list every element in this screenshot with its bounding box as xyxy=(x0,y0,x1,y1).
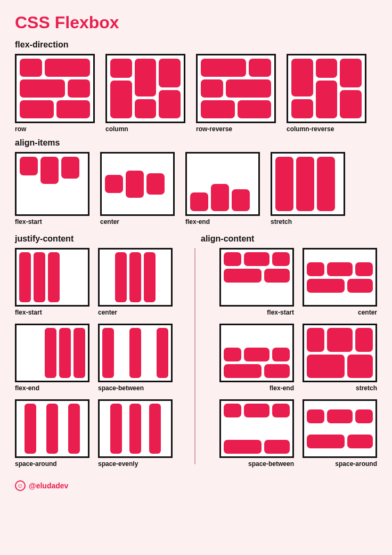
label-jc-space-around: space-around xyxy=(15,460,89,468)
diagram-ac-stretch xyxy=(303,324,377,382)
diagram-jc-space-between xyxy=(98,324,173,382)
diagram-jc-flex-end xyxy=(15,324,89,382)
section-heading-align-content: align-content xyxy=(201,234,377,244)
label-fd-row: row xyxy=(15,125,95,133)
page-title: CSS Flexbox xyxy=(15,13,377,33)
diagram-ac-space-between xyxy=(219,399,294,458)
label-ai-center: center xyxy=(100,218,175,226)
author-icon: ☺ xyxy=(15,480,26,491)
diagram-ai-center xyxy=(100,152,175,216)
align-items-row: flex-start center flex-end stretch xyxy=(15,152,377,226)
label-ac-stretch: stretch xyxy=(303,384,377,392)
footer: ☺ @eludadev xyxy=(15,480,377,491)
flex-direction-row: row column row-reverse column-reverse xyxy=(15,54,377,133)
label-ac-space-between: space-between xyxy=(219,460,294,468)
diagram-jc-space-around xyxy=(15,399,89,458)
label-ai-flex-start: flex-start xyxy=(15,218,89,226)
diagram-ac-flex-end xyxy=(219,324,294,382)
label-jc-flex-start: flex-start xyxy=(15,309,89,316)
diagram-fd-column-reverse xyxy=(287,54,366,123)
label-ai-flex-end: flex-end xyxy=(185,218,260,226)
section-heading-align-items: align-items xyxy=(15,138,377,148)
label-ac-flex-end: flex-end xyxy=(219,384,294,392)
author-handle: @eludadev xyxy=(29,481,68,490)
label-fd-column-reverse: column-reverse xyxy=(287,125,366,133)
label-jc-center: center xyxy=(98,309,173,316)
label-ac-flex-start: flex-start xyxy=(219,309,294,316)
label-jc-flex-end: flex-end xyxy=(15,384,89,392)
label-ai-stretch: stretch xyxy=(271,218,345,226)
label-fd-column: column xyxy=(105,125,185,133)
diagram-ai-stretch xyxy=(271,152,345,216)
diagram-ac-space-around xyxy=(303,399,377,458)
section-heading-justify-content: justify-content xyxy=(15,234,191,244)
vertical-divider xyxy=(194,248,195,464)
label-fd-row-reverse: row-reverse xyxy=(196,125,276,133)
diagram-jc-flex-start xyxy=(15,248,89,307)
label-ac-center: center xyxy=(303,309,377,316)
diagram-fd-column xyxy=(105,54,185,123)
section-heading-flex-direction: flex-direction xyxy=(15,40,377,50)
diagram-ac-flex-start xyxy=(219,248,294,307)
diagram-ai-flex-start xyxy=(15,152,89,216)
diagram-fd-row xyxy=(15,54,95,123)
label-jc-space-evenly: space-evenly xyxy=(98,460,173,468)
diagram-ai-flex-end xyxy=(185,152,260,216)
label-ac-space-around: space-around xyxy=(303,460,377,468)
diagram-ac-center xyxy=(303,248,377,307)
diagram-jc-space-evenly xyxy=(98,399,173,458)
label-jc-space-between: space-between xyxy=(98,384,173,392)
diagram-fd-row-reverse xyxy=(196,54,276,123)
diagram-jc-center xyxy=(98,248,173,307)
